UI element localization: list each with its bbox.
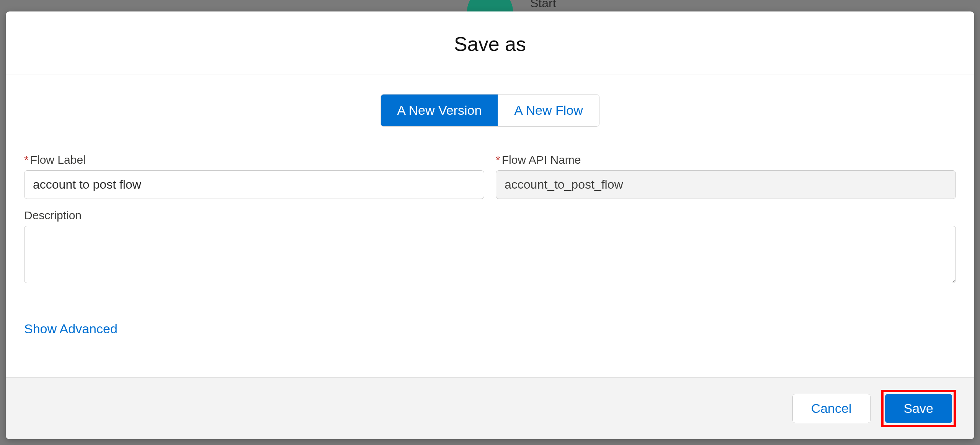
modal-title: Save as — [13, 33, 967, 55]
save-button[interactable]: Save — [885, 394, 952, 423]
cancel-button[interactable]: Cancel — [792, 394, 871, 423]
flow-api-name-field: *Flow API Name — [496, 153, 956, 199]
flow-label-input[interactable] — [24, 170, 484, 199]
description-label: Description — [24, 209, 956, 222]
modal-header: Save as — [6, 11, 974, 75]
modal-body: A New Version A New Flow *Flow Label *Fl… — [6, 75, 974, 377]
flow-label-label-text: Flow Label — [30, 153, 86, 166]
modal-footer: Cancel Save — [6, 377, 974, 439]
save-type-segmented: A New Version A New Flow — [381, 94, 599, 127]
description-row: Description — [24, 209, 956, 285]
start-node-shape — [467, 0, 513, 11]
label-apiname-row: *Flow Label *Flow API Name — [24, 153, 956, 199]
flow-api-name-label: *Flow API Name — [496, 153, 956, 166]
start-node-label: Start — [530, 0, 556, 10]
segmented-option-new-version[interactable]: A New Version — [381, 95, 498, 126]
save-type-segmented-wrap: A New Version A New Flow — [24, 94, 956, 127]
description-field: Description — [24, 209, 956, 285]
save-button-highlight: Save — [881, 390, 956, 427]
flow-api-name-label-text: Flow API Name — [502, 153, 581, 166]
flow-label-label: *Flow Label — [24, 153, 484, 166]
show-advanced-link[interactable]: Show Advanced — [24, 321, 118, 336]
save-as-modal: Save as A New Version A New Flow *Flow L… — [6, 11, 974, 439]
description-textarea[interactable] — [24, 226, 956, 283]
required-indicator-icon: * — [24, 153, 29, 166]
flow-label-field: *Flow Label — [24, 153, 484, 199]
flow-api-name-input[interactable] — [496, 170, 956, 199]
segmented-option-new-flow[interactable]: A New Flow — [498, 95, 599, 126]
required-indicator-icon: * — [496, 153, 500, 166]
